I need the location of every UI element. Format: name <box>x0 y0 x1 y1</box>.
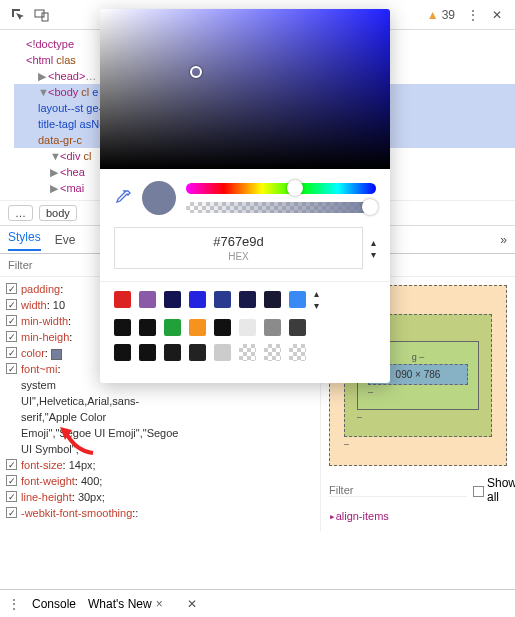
palette-swatch[interactable] <box>114 344 131 361</box>
palette: ▴▾ <box>100 281 390 383</box>
kebab-icon[interactable]: ⋮ <box>461 3 485 27</box>
prop-toggle[interactable]: ✓ <box>6 299 17 310</box>
hue-handle[interactable] <box>287 180 303 196</box>
color-preview <box>142 181 176 215</box>
color-picker: #767e9d HEX ▴▾ ▴▾ <box>100 9 390 383</box>
drawer-kebab-icon[interactable]: ⋮ <box>8 597 20 611</box>
tab-console[interactable]: Console <box>32 597 76 611</box>
prop-toggle[interactable]: ✓ <box>6 315 17 326</box>
device-icon[interactable] <box>30 3 54 27</box>
close-icon[interactable]: ✕ <box>485 3 509 27</box>
palette-swatch[interactable] <box>289 319 306 336</box>
palette-swatch[interactable] <box>264 344 281 361</box>
saturation-field[interactable] <box>100 9 390 169</box>
palette-swatch[interactable] <box>264 319 281 336</box>
prop-toggle[interactable]: ✓ <box>6 331 17 342</box>
showall-checkbox[interactable] <box>473 486 484 497</box>
palette-swatch[interactable] <box>289 344 306 361</box>
hex-input[interactable]: #767e9d HEX <box>114 227 363 269</box>
prop-toggle[interactable]: ✓ <box>6 363 17 374</box>
palette-swatch[interactable] <box>214 319 231 336</box>
prop-toggle[interactable]: ✓ <box>6 459 17 470</box>
palette-swatch[interactable] <box>189 319 206 336</box>
palette-swatch[interactable] <box>189 291 206 308</box>
palette-swatch[interactable] <box>139 344 156 361</box>
palette-swatch[interactable] <box>239 344 256 361</box>
prop-toggle[interactable]: ✓ <box>6 347 17 358</box>
palette-swatch[interactable] <box>264 291 281 308</box>
palette-swatch[interactable] <box>164 319 181 336</box>
palette-swatch[interactable] <box>239 291 256 308</box>
alpha-slider[interactable] <box>186 202 376 213</box>
tab-whatsnew[interactable]: What's New× <box>88 597 163 611</box>
palette-swatch[interactable] <box>164 291 181 308</box>
warning-icon: ▲ <box>427 8 439 22</box>
drawer: ⋮ Console What's New× ✕ <box>0 589 515 617</box>
palette-swatch[interactable] <box>164 344 181 361</box>
palette-swatch[interactable] <box>239 319 256 336</box>
palette-swatch[interactable] <box>114 291 131 308</box>
palette-swatch[interactable] <box>214 344 231 361</box>
inspect-icon[interactable] <box>6 3 30 27</box>
computed-prop[interactable]: ▸align-items <box>329 510 507 523</box>
prop-toggle[interactable]: ✓ <box>6 491 17 502</box>
breadcrumb-item[interactable]: … <box>8 205 33 221</box>
palette-swatch[interactable] <box>189 344 206 361</box>
drawer-close-icon[interactable]: ✕ <box>187 597 197 611</box>
prop-toggle[interactable]: ✓ <box>6 475 17 486</box>
format-spinner[interactable]: ▴▾ <box>371 237 376 260</box>
computed-filter-input[interactable] <box>329 484 467 497</box>
prop-toggle[interactable]: ✓ <box>6 507 17 518</box>
tab-styles[interactable]: Styles <box>8 230 41 251</box>
palette-swatch[interactable] <box>139 291 156 308</box>
eyedropper-icon[interactable] <box>114 189 132 207</box>
palette-spinner[interactable]: ▴▾ <box>314 288 319 311</box>
close-tab-icon[interactable]: × <box>156 597 163 611</box>
hue-slider[interactable] <box>186 183 376 194</box>
palette-swatch[interactable] <box>139 319 156 336</box>
sat-cursor[interactable] <box>190 66 202 78</box>
palette-swatch[interactable] <box>289 291 306 308</box>
showall-label: Show all <box>487 476 515 504</box>
palette-swatch[interactable] <box>214 291 231 308</box>
color-swatch[interactable] <box>51 349 62 360</box>
annotation-arrow <box>58 425 98 455</box>
more-tabs-icon[interactable]: » <box>500 233 507 247</box>
breadcrumb-item[interactable]: body <box>39 205 77 221</box>
palette-swatch[interactable] <box>114 319 131 336</box>
prop-toggle[interactable]: ✓ <box>6 283 17 294</box>
tab-eventlisteners[interactable]: Eve <box>55 233 76 247</box>
alpha-handle[interactable] <box>362 199 378 215</box>
warnings-badge[interactable]: ▲39 <box>427 8 455 22</box>
